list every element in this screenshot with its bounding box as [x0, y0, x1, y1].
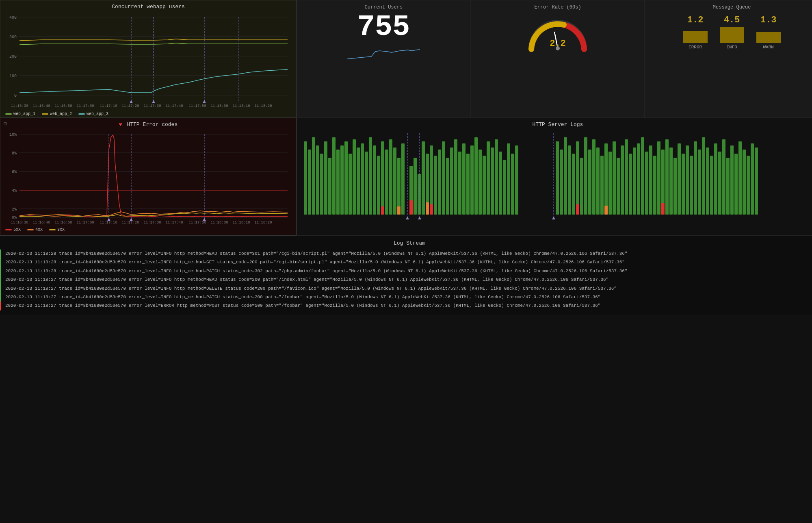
- svg-rect-176: [661, 203, 665, 215]
- svg-rect-140: [621, 145, 624, 215]
- current-users-value: 755: [357, 13, 410, 42]
- svg-rect-128: [572, 154, 575, 215]
- legend-dot-3xx: [49, 229, 56, 230]
- svg-text:11:16:50: 11:16:50: [54, 221, 72, 225]
- svg-text:11:17:50: 11:17:50: [188, 221, 206, 225]
- svg-marker-122: [406, 217, 409, 219]
- http-errors-chart: 10% 8% 6% 4% 2% 0%: [5, 129, 290, 225]
- svg-rect-170: [743, 150, 746, 215]
- svg-text:0: 0: [14, 93, 17, 98]
- svg-rect-112: [499, 152, 502, 215]
- concurrent-users-chart: 400 300 200 100 0: [5, 11, 290, 109]
- svg-rect-111: [495, 139, 498, 215]
- svg-rect-64: [308, 150, 311, 215]
- legend-label-4xx: 4XX: [35, 228, 43, 232]
- svg-rect-104: [466, 154, 470, 215]
- svg-rect-109: [487, 141, 490, 215]
- svg-rect-135: [600, 156, 604, 215]
- legend-5xx: 5XX: [5, 228, 21, 232]
- svg-text:2.2: 2.2: [550, 39, 566, 49]
- mq-error-bar-container: [683, 27, 708, 43]
- legend-web-app-2: web_app_2: [42, 112, 72, 116]
- svg-text:11:16:40: 11:16:40: [32, 104, 50, 108]
- svg-text:11:17:20: 11:17:20: [121, 104, 139, 108]
- svg-text:400: 400: [9, 15, 17, 20]
- server-logs-chart: [302, 129, 812, 231]
- log-text: 2020-02-13 11:18:28 trace_id=8b41680e2d5…: [5, 251, 627, 257]
- mq-info-label: INFO: [726, 45, 737, 50]
- log-entry: 2020-02-13 11:18:27 trace_id=8b41680e2d5…: [0, 276, 812, 284]
- log-text: 2020-02-13 11:18:28 trace_id=8b41680e2d5…: [5, 259, 625, 265]
- svg-rect-79: [369, 137, 372, 215]
- svg-text:11:17:20: 11:17:20: [121, 221, 139, 225]
- legend-4xx: 4XX: [27, 228, 43, 232]
- svg-text:6%: 6%: [12, 170, 17, 174]
- legend-label-3xx: 3XX: [57, 228, 65, 232]
- svg-rect-169: [738, 141, 742, 215]
- legend-label-5xx: 5XX: [13, 228, 21, 232]
- log-entry: 2020-02-13 11:18:28 trace_id=8b41680e2d5…: [0, 258, 812, 267]
- svg-text:11:16:30: 11:16:30: [11, 104, 28, 108]
- svg-text:11:18:00: 11:18:00: [210, 221, 228, 225]
- error-rate-card: Error Rate (60s) 2.2: [471, 0, 645, 118]
- mq-warn-bar: [756, 32, 781, 43]
- panel-http-errors: ⊡ ♥ HTTP Error codes 10% 8% 6% 4% 2% 0%: [0, 118, 297, 236]
- svg-rect-158: [694, 141, 697, 215]
- svg-rect-103: [462, 143, 466, 215]
- svg-text:11:17:50: 11:17:50: [188, 104, 206, 108]
- svg-rect-78: [365, 152, 368, 215]
- svg-rect-159: [698, 150, 701, 215]
- svg-rect-161: [706, 148, 709, 215]
- legend-web-app-3: web_app_3: [78, 112, 108, 116]
- svg-rect-137: [608, 152, 612, 215]
- http-errors-title: ♥ HTTP Error codes: [5, 122, 291, 128]
- gauge-svg: 2.2: [525, 13, 590, 53]
- svg-rect-166: [726, 158, 730, 215]
- svg-rect-136: [604, 143, 608, 215]
- svg-rect-77: [361, 143, 364, 215]
- svg-text:11:17:00: 11:17:00: [76, 104, 94, 108]
- expand-icon[interactable]: ⊡: [4, 121, 7, 127]
- gauge-container: 2.2: [475, 13, 641, 53]
- svg-text:11:17:00: 11:17:00: [76, 221, 94, 225]
- svg-text:11:17:30: 11:17:30: [143, 104, 161, 108]
- svg-rect-81: [377, 156, 380, 215]
- svg-rect-87: [401, 143, 405, 215]
- panel-concurrent-users: Concurrent webapp users 400 300 200 100 …: [0, 0, 297, 118]
- svg-rect-115: [511, 154, 514, 215]
- svg-rect-168: [734, 154, 738, 215]
- svg-rect-97: [438, 150, 441, 215]
- svg-rect-108: [483, 156, 486, 215]
- svg-text:8%: 8%: [12, 151, 17, 156]
- svg-text:10%: 10%: [9, 132, 17, 137]
- mq-info-bar: [720, 27, 744, 43]
- svg-text:11:17:40: 11:17:40: [165, 221, 183, 225]
- svg-rect-100: [450, 148, 453, 215]
- mq-error-bar: [683, 31, 708, 43]
- svg-rect-67: [320, 154, 323, 215]
- svg-text:11:18:00: 11:18:00: [210, 104, 228, 108]
- legend-label-app1: web_app_1: [13, 112, 35, 116]
- svg-rect-152: [669, 148, 673, 215]
- svg-rect-156: [686, 145, 689, 215]
- error-rate-title: Error Rate (60s): [534, 4, 581, 10]
- server-logs-title: HTTP Server Logs: [302, 122, 812, 128]
- svg-rect-147: [649, 145, 652, 215]
- svg-rect-105: [470, 145, 474, 215]
- svg-rect-116: [515, 145, 518, 215]
- concurrent-users-title: Concurrent webapp users: [5, 4, 291, 10]
- svg-rect-83: [385, 150, 388, 215]
- svg-rect-124: [556, 141, 559, 215]
- svg-rect-110: [491, 148, 494, 215]
- svg-rect-89: [397, 206, 401, 215]
- legend-label-app3: web_app_3: [87, 112, 108, 116]
- log-entry: 2020-02-13 11:18:27 trace_id=8b41680e2d5…: [0, 293, 812, 302]
- svg-rect-131: [584, 137, 587, 215]
- svg-rect-75: [353, 139, 356, 215]
- svg-rect-139: [617, 158, 620, 215]
- legend-dot-app2: [42, 113, 48, 115]
- svg-rect-129: [576, 141, 579, 215]
- svg-rect-125: [560, 150, 563, 215]
- svg-rect-173: [755, 148, 758, 215]
- svg-rect-153: [673, 158, 677, 215]
